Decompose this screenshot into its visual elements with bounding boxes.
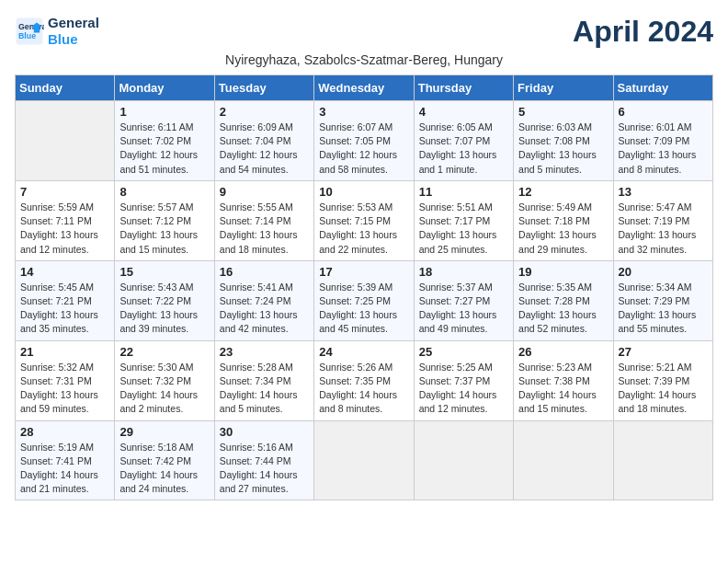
day-number: 20 xyxy=(619,265,708,279)
day-content: Sunrise: 5:28 AM Sunset: 7:34 PM Dayligh… xyxy=(220,361,309,417)
page-container: General Blue General Blue April 2024 Nyi… xyxy=(15,15,713,500)
day-content: Sunrise: 6:09 AM Sunset: 7:04 PM Dayligh… xyxy=(220,121,309,177)
day-number: 2 xyxy=(220,105,309,119)
day-number: 22 xyxy=(119,345,209,359)
day-content: Sunrise: 5:57 AM Sunset: 7:12 PM Dayligh… xyxy=(119,201,209,257)
calendar-cell: 12Sunrise: 5:49 AM Sunset: 7:18 PM Dayli… xyxy=(514,180,613,260)
day-content: Sunrise: 5:53 AM Sunset: 7:15 PM Dayligh… xyxy=(319,201,408,257)
calendar-cell: 13Sunrise: 5:47 AM Sunset: 7:19 PM Dayli… xyxy=(613,180,712,260)
calendar-cell: 11Sunrise: 5:51 AM Sunset: 7:17 PM Dayli… xyxy=(414,180,513,260)
day-number: 11 xyxy=(419,185,508,199)
calendar-cell: 1Sunrise: 6:11 AM Sunset: 7:02 PM Daylig… xyxy=(115,101,214,181)
header-tuesday: Tuesday xyxy=(214,75,313,101)
calendar-cell: 18Sunrise: 5:37 AM Sunset: 7:27 PM Dayli… xyxy=(414,260,513,340)
page-title: April 2024 xyxy=(573,15,713,49)
calendar-cell xyxy=(314,420,414,500)
day-content: Sunrise: 5:18 AM Sunset: 7:42 PM Dayligh… xyxy=(119,441,209,497)
calendar-cell: 5Sunrise: 6:03 AM Sunset: 7:08 PM Daylig… xyxy=(514,101,613,181)
calendar-cell: 8Sunrise: 5:57 AM Sunset: 7:12 PM Daylig… xyxy=(115,180,214,260)
day-content: Sunrise: 6:01 AM Sunset: 7:09 PM Dayligh… xyxy=(619,121,708,177)
day-number: 21 xyxy=(20,345,109,359)
header-thursday: Thursday xyxy=(414,75,513,101)
day-content: Sunrise: 6:07 AM Sunset: 7:05 PM Dayligh… xyxy=(319,121,408,177)
day-number: 23 xyxy=(220,345,309,359)
header-wednesday: Wednesday xyxy=(314,75,414,101)
day-content: Sunrise: 5:16 AM Sunset: 7:44 PM Dayligh… xyxy=(220,441,309,497)
day-content: Sunrise: 5:25 AM Sunset: 7:37 PM Dayligh… xyxy=(419,361,508,417)
logo-icon: General Blue xyxy=(15,17,44,46)
svg-text:General: General xyxy=(18,22,44,31)
day-number: 26 xyxy=(518,345,608,359)
calendar-week-2: 7Sunrise: 5:59 AM Sunset: 7:11 PM Daylig… xyxy=(16,180,713,260)
day-content: Sunrise: 5:45 AM Sunset: 7:21 PM Dayligh… xyxy=(20,281,109,337)
day-content: Sunrise: 5:35 AM Sunset: 7:28 PM Dayligh… xyxy=(518,281,608,337)
day-number: 12 xyxy=(518,185,608,199)
day-number: 19 xyxy=(518,265,608,279)
day-content: Sunrise: 6:03 AM Sunset: 7:08 PM Dayligh… xyxy=(518,121,608,177)
calendar-week-3: 14Sunrise: 5:45 AM Sunset: 7:21 PM Dayli… xyxy=(16,260,713,340)
day-content: Sunrise: 5:49 AM Sunset: 7:18 PM Dayligh… xyxy=(518,201,608,257)
calendar-cell: 17Sunrise: 5:39 AM Sunset: 7:25 PM Dayli… xyxy=(314,260,414,340)
day-content: Sunrise: 5:43 AM Sunset: 7:22 PM Dayligh… xyxy=(119,281,209,337)
day-content: Sunrise: 5:26 AM Sunset: 7:35 PM Dayligh… xyxy=(319,361,408,417)
day-content: Sunrise: 5:19 AM Sunset: 7:41 PM Dayligh… xyxy=(20,441,109,497)
day-number: 1 xyxy=(119,105,209,119)
calendar-cell: 28Sunrise: 5:19 AM Sunset: 7:41 PM Dayli… xyxy=(16,420,115,500)
day-content: Sunrise: 5:23 AM Sunset: 7:38 PM Dayligh… xyxy=(518,361,608,417)
calendar-cell xyxy=(414,420,513,500)
calendar-cell xyxy=(613,420,712,500)
calendar-cell: 10Sunrise: 5:53 AM Sunset: 7:15 PM Dayli… xyxy=(314,180,414,260)
day-number: 7 xyxy=(20,185,109,199)
logo-text: General Blue xyxy=(48,15,99,48)
day-number: 30 xyxy=(220,425,309,439)
calendar-cell: 14Sunrise: 5:45 AM Sunset: 7:21 PM Dayli… xyxy=(16,260,115,340)
day-number: 27 xyxy=(619,345,708,359)
calendar-cell: 19Sunrise: 5:35 AM Sunset: 7:28 PM Dayli… xyxy=(514,260,613,340)
calendar-cell: 7Sunrise: 5:59 AM Sunset: 7:11 PM Daylig… xyxy=(16,180,115,260)
calendar-cell: 25Sunrise: 5:25 AM Sunset: 7:37 PM Dayli… xyxy=(414,340,513,420)
day-number: 4 xyxy=(419,105,508,119)
day-content: Sunrise: 5:21 AM Sunset: 7:39 PM Dayligh… xyxy=(619,361,708,417)
day-number: 17 xyxy=(319,265,408,279)
day-content: Sunrise: 5:41 AM Sunset: 7:24 PM Dayligh… xyxy=(220,281,309,337)
day-content: Sunrise: 5:47 AM Sunset: 7:19 PM Dayligh… xyxy=(619,201,708,257)
calendar-cell: 3Sunrise: 6:07 AM Sunset: 7:05 PM Daylig… xyxy=(314,101,414,181)
header-sunday: Sunday xyxy=(16,75,115,101)
day-content: Sunrise: 5:34 AM Sunset: 7:29 PM Dayligh… xyxy=(619,281,708,337)
calendar-cell: 2Sunrise: 6:09 AM Sunset: 7:04 PM Daylig… xyxy=(214,101,313,181)
day-number: 14 xyxy=(20,265,109,279)
day-number: 3 xyxy=(319,105,408,119)
day-number: 5 xyxy=(518,105,608,119)
day-number: 28 xyxy=(20,425,109,439)
calendar-cell: 30Sunrise: 5:16 AM Sunset: 7:44 PM Dayli… xyxy=(214,420,313,500)
calendar-cell: 24Sunrise: 5:26 AM Sunset: 7:35 PM Dayli… xyxy=(314,340,414,420)
day-number: 6 xyxy=(619,105,708,119)
calendar-cell: 20Sunrise: 5:34 AM Sunset: 7:29 PM Dayli… xyxy=(613,260,712,340)
day-content: Sunrise: 6:11 AM Sunset: 7:02 PM Dayligh… xyxy=(119,121,209,177)
calendar-cell: 9Sunrise: 5:55 AM Sunset: 7:14 PM Daylig… xyxy=(214,180,313,260)
header-saturday: Saturday xyxy=(613,75,712,101)
calendar-table: SundayMondayTuesdayWednesdayThursdayFrid… xyxy=(15,75,713,500)
header-friday: Friday xyxy=(514,75,613,101)
calendar-cell: 16Sunrise: 5:41 AM Sunset: 7:24 PM Dayli… xyxy=(214,260,313,340)
page-subtitle: Nyiregyhaza, Szabolcs-Szatmar-Bereg, Hun… xyxy=(15,52,713,67)
day-content: Sunrise: 5:39 AM Sunset: 7:25 PM Dayligh… xyxy=(319,281,408,337)
calendar-cell: 21Sunrise: 5:32 AM Sunset: 7:31 PM Dayli… xyxy=(16,340,115,420)
header-monday: Monday xyxy=(115,75,214,101)
calendar-cell: 29Sunrise: 5:18 AM Sunset: 7:42 PM Dayli… xyxy=(115,420,214,500)
day-number: 15 xyxy=(119,265,209,279)
calendar-week-4: 21Sunrise: 5:32 AM Sunset: 7:31 PM Dayli… xyxy=(16,340,713,420)
day-content: Sunrise: 5:37 AM Sunset: 7:27 PM Dayligh… xyxy=(419,281,508,337)
calendar-header-row: SundayMondayTuesdayWednesdayThursdayFrid… xyxy=(16,75,713,101)
svg-text:Blue: Blue xyxy=(18,31,36,40)
calendar-cell: 27Sunrise: 5:21 AM Sunset: 7:39 PM Dayli… xyxy=(613,340,712,420)
calendar-cell: 22Sunrise: 5:30 AM Sunset: 7:32 PM Dayli… xyxy=(115,340,214,420)
day-number: 10 xyxy=(319,185,408,199)
day-content: Sunrise: 5:59 AM Sunset: 7:11 PM Dayligh… xyxy=(20,201,109,257)
day-number: 29 xyxy=(119,425,209,439)
day-number: 25 xyxy=(419,345,508,359)
calendar-week-5: 28Sunrise: 5:19 AM Sunset: 7:41 PM Dayli… xyxy=(16,420,713,500)
calendar-cell xyxy=(514,420,613,500)
day-content: Sunrise: 5:32 AM Sunset: 7:31 PM Dayligh… xyxy=(20,361,109,417)
logo: General Blue General Blue xyxy=(15,15,99,48)
